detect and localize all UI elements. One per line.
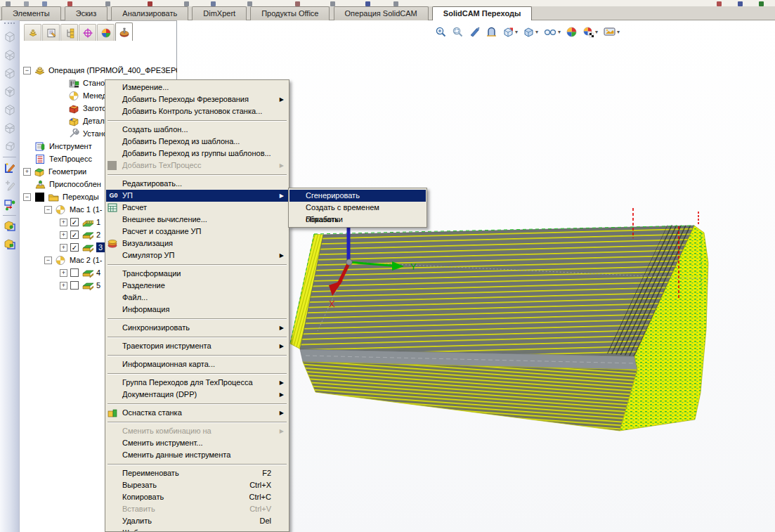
tree-item-operation[interactable]: − Операция (ПРЯМОЙ_400_ФРЕЗЕРО <box>23 64 182 77</box>
menu-item-gcode-simulator[interactable]: Симулятор УП▶ <box>106 249 288 261</box>
checkbox-unchecked[interactable] <box>70 281 79 290</box>
wireframe-polyhedron-icon[interactable] <box>1 138 18 155</box>
menu-item-external-calculation[interactable]: Внешнее вычисление... <box>106 214 288 226</box>
solidcam-manager-tab[interactable] <box>115 22 133 41</box>
view-settings-icon[interactable]: ▾ <box>582 25 599 39</box>
wireframe-cube-icon[interactable] <box>1 65 18 82</box>
assembly-cube-icon[interactable] <box>1 236 18 253</box>
tree-item-op1[interactable]: + ✓ 1 <box>60 216 100 228</box>
apply-scene-icon[interactable] <box>565 25 578 39</box>
checkbox-unchecked[interactable] <box>70 268 79 277</box>
collapse-icon[interactable]: − <box>44 257 52 264</box>
dropdown-caret-icon[interactable]: ▾ <box>535 29 538 35</box>
property-manager-tab[interactable] <box>42 24 60 41</box>
wireframe-cube-icon[interactable] <box>1 83 18 100</box>
expand-icon[interactable]: + <box>60 231 67 239</box>
menu-item-calculate[interactable]: Расчет <box>106 202 288 214</box>
display-style-icon[interactable]: ▾ <box>522 25 539 39</box>
menu-item-add-transition-from-template-group[interactable]: Добавить Переход из группы шаблонов... <box>106 148 288 160</box>
wireframe-cube-icon[interactable] <box>1 101 18 118</box>
menu-item-split[interactable]: Разделение <box>106 280 288 292</box>
menu-item-add-machine-setup-control[interactable]: Добавить Контроль установок станка... <box>106 105 288 117</box>
menu-item-file[interactable]: Файл... <box>106 292 288 304</box>
tree-item-transitions[interactable]: − Переходы <box>23 190 99 203</box>
menu-item-cut[interactable]: ВырезатьCtrl+X <box>106 479 288 491</box>
expand-icon[interactable]: + <box>23 168 31 176</box>
assembly-cube-icon[interactable] <box>1 218 18 235</box>
feature-manager-tab[interactable] <box>24 24 41 41</box>
menu-item-transformations[interactable]: Трансформации <box>106 268 288 280</box>
tab-evaluate[interactable]: Анализировать <box>111 6 188 20</box>
toolbar-grip[interactable] <box>4 22 15 27</box>
tree-item-tool[interactable]: Инструмент <box>34 140 92 153</box>
dropdown-caret-icon[interactable]: ▾ <box>617 29 620 35</box>
expand-icon[interactable]: + <box>60 282 67 290</box>
tab-sketch[interactable]: Эскиз <box>65 6 108 20</box>
menu-item-machine-tooling[interactable]: Оснастка станка▶ <box>106 407 288 419</box>
menu-item-info-card[interactable]: Информационная карта... <box>106 358 288 370</box>
tree-item-fixtures[interactable]: Приспособлен <box>34 178 101 190</box>
tab-solidcam-operation[interactable]: Операция SolidCAM <box>334 6 429 20</box>
submenu-item-generate[interactable]: Сгенерировать <box>289 190 426 202</box>
menu-item-clipped[interactable]: Шаблоны <box>106 527 288 532</box>
checkbox-checked[interactable]: ✓ <box>70 231 79 239</box>
menu-item-synchronize[interactable]: Синхронизировать▶ <box>106 322 288 334</box>
menu-item-gcode[interactable]: G0УП▶ <box>106 190 288 202</box>
dimxpert-manager-tab[interactable] <box>79 24 96 41</box>
menu-item-add-milling-transitions[interactable]: Добавить Переходы Фрезерования▶ <box>106 93 288 105</box>
expand-icon[interactable]: + <box>60 269 67 277</box>
menu-item-calc-and-create-gcode[interactable]: Расчет и создание УП <box>106 226 288 238</box>
menu-item-transition-group-for-techprocess[interactable]: Группа Переходов для ТехПроцесса▶ <box>106 377 288 389</box>
tree-item-op5[interactable]: + 5 <box>60 279 100 292</box>
submenu-item-show[interactable]: Показать <box>289 214 426 226</box>
route-edit-icon[interactable] <box>1 196 18 213</box>
dropdown-caret-icon[interactable]: ▾ <box>515 29 518 35</box>
tree-item-op4[interactable]: + 4 <box>60 266 100 279</box>
collapse-icon[interactable]: − <box>23 67 31 74</box>
checkbox-checked[interactable]: ✓ <box>70 218 79 226</box>
collapse-icon[interactable]: − <box>23 193 31 201</box>
menu-item-change-tool-data[interactable]: Сменить данные инструмента <box>106 449 288 461</box>
wireframe-cube-icon[interactable] <box>1 119 18 136</box>
pan-view-icon[interactable] <box>468 25 481 39</box>
edit-sketch-icon[interactable] <box>1 160 18 176</box>
dropdown-caret-icon[interactable]: ▾ <box>595 29 598 35</box>
tree-item-op3-selected[interactable]: + ✓ 3 <box>60 241 105 254</box>
menu-item-measure[interactable]: Измерение... <box>106 82 288 93</box>
zoom-to-fit-icon[interactable] <box>434 25 448 39</box>
hide-show-items-icon[interactable]: ▾ <box>542 25 561 39</box>
tab-dimxpert[interactable]: DimXpert <box>192 6 247 20</box>
menu-item-create-template[interactable]: Создать шаблон... <box>106 124 288 136</box>
zoom-to-area-icon[interactable] <box>451 25 464 39</box>
machined-part[interactable] <box>290 225 708 431</box>
submenu-item-create-with-machining-time[interactable]: Создать с временем обработки <box>289 202 426 214</box>
wireframe-cube-icon[interactable] <box>1 28 18 45</box>
tree-item-techprocess[interactable]: ТехПроцесс <box>34 153 92 165</box>
section-view-icon[interactable] <box>485 25 498 39</box>
menu-item-documentation-dpp[interactable]: Документация (DPP)▶ <box>106 389 288 401</box>
tab-solidcam-transitions[interactable]: SolidCAM Переходы <box>432 6 533 21</box>
tree-item-mac2[interactable]: − Mac 2 (1- <box>44 254 102 266</box>
menu-item-add-transition-from-template[interactable]: Добавить Переход из шаблона... <box>106 136 288 148</box>
menu-item-toolpath[interactable]: Траектория инструмента▶ <box>106 340 288 352</box>
expand-icon[interactable]: + <box>60 244 67 252</box>
menu-item-edit[interactable]: Редактировать... <box>106 178 288 190</box>
collapse-icon[interactable]: − <box>44 206 52 214</box>
tab-office-products[interactable]: Продукты Office <box>250 6 330 20</box>
add-sketch-icon[interactable] <box>1 178 18 195</box>
menu-item-simulation[interactable]: Визуализация <box>106 238 288 249</box>
menu-item-change-tool[interactable]: Сменить инструмент... <box>106 437 288 449</box>
menu-item-delete[interactable]: УдалитьDel <box>106 515 288 527</box>
tab-elements[interactable]: Элементы <box>1 6 61 20</box>
wireframe-cube-icon[interactable] <box>1 46 18 63</box>
view-orientation-icon[interactable]: ▾ <box>502 25 519 39</box>
tree-item-op2[interactable]: + ✓ 2 <box>60 228 100 241</box>
tree-item-geometries[interactable]: + Геометрии <box>23 165 86 178</box>
checkbox-checked[interactable]: ✓ <box>70 243 79 252</box>
configuration-manager-tab[interactable] <box>60 24 78 41</box>
menu-item-copy[interactable]: КопироватьCtrl+C <box>106 491 288 503</box>
tree-item-mac1[interactable]: − Mac 1 (1- <box>44 203 102 216</box>
dropdown-caret-icon[interactable]: ▾ <box>558 29 561 35</box>
display-manager-tab[interactable] <box>97 24 115 41</box>
menu-item-information[interactable]: Информация <box>106 304 288 316</box>
